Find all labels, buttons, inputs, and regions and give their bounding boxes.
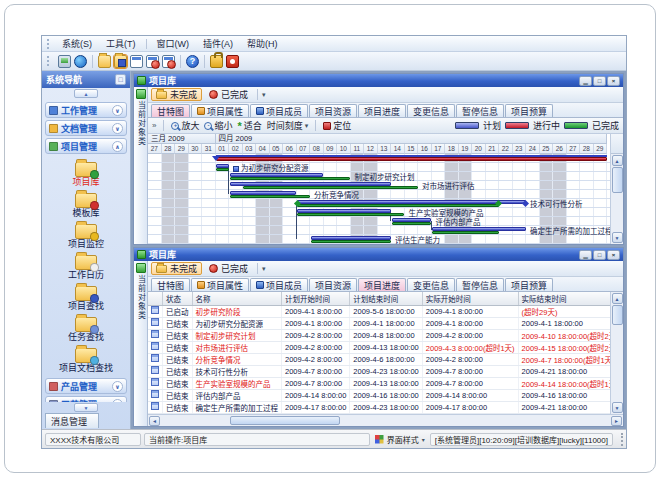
menu-item-system[interactable]: 系统(S) (55, 36, 99, 51)
tab-gantt[interactable]: 甘特图 (151, 278, 190, 291)
sidebar-menu-button[interactable]: □ (115, 74, 126, 85)
tab-pauses[interactable]: 暂停信息 (456, 104, 504, 117)
table-row[interactable]: 已结束为初步研究分配资源2009-4-1 8:00:002009-4-1 18:… (148, 317, 610, 329)
menu-item-plugin[interactable]: 插件(A) (196, 36, 240, 51)
plan-bar[interactable] (230, 173, 324, 177)
globe-icon[interactable] (74, 55, 87, 68)
sidebar-group-product[interactable]: 产品管理∨ (45, 378, 127, 394)
scroll-left-button[interactable]: ◄ (149, 416, 160, 426)
sidebar-scroll-down[interactable]: ▼ (42, 402, 130, 413)
tab-resources[interactable]: 项目资源 (309, 278, 357, 291)
sidebar-item-project-search[interactable]: 项目查找 (68, 281, 104, 312)
scroll-thumb[interactable] (612, 305, 623, 325)
sidebar-scroll-up[interactable]: ▲ (42, 88, 130, 99)
menu-item-help[interactable]: 帮助(H) (240, 36, 285, 51)
tab-changes[interactable]: 变更信息 (407, 278, 455, 291)
toolbar-options-icon[interactable]: ▾ (262, 265, 266, 273)
table-horizontal-scrollbar[interactable]: ◄ ► (148, 414, 623, 426)
done-bar[interactable] (297, 213, 404, 217)
plan-bar[interactable] (230, 191, 297, 195)
done-bar[interactable] (243, 186, 418, 190)
tab-members[interactable]: 项目成员 (250, 278, 308, 291)
menu-item-window[interactable]: 窗口(W) (150, 36, 197, 51)
tab-progress[interactable]: 项目进度 (358, 278, 406, 291)
table-row[interactable]: 已启动初步研究阶段2009-4-1 8:00:002009-5-6 18:00:… (148, 305, 610, 317)
done-bar[interactable] (311, 240, 391, 244)
table-row[interactable]: 已结束生产实验室规模的产品2009-4-7 8:00:002009-4-13 1… (148, 377, 610, 389)
ui-style-dropdown[interactable]: 界面样式 ▾ (373, 434, 427, 445)
zoom-in-button[interactable]: +放大 (171, 119, 199, 132)
chevron-down-icon[interactable]: ∨ (112, 105, 123, 116)
plan-bar[interactable] (432, 227, 526, 231)
message-management-tab[interactable]: 消息管理 (45, 413, 99, 428)
column-header-5[interactable]: 实际开始时间 (422, 292, 518, 305)
current-object-side-tab[interactable]: 当前对象类 (134, 87, 148, 244)
gantt-vertical-scrollbar[interactable]: ▲ ▼ (610, 134, 623, 244)
done-bar[interactable] (297, 204, 499, 208)
sidebar-item-project-monitor[interactable]: 项目监控 (68, 219, 104, 250)
sidebar-item-project-doc-search[interactable]: 项目文档查找 (59, 343, 113, 374)
window-refresh-icon[interactable] (162, 55, 175, 68)
filter-unfinished-button[interactable]: 未完成 (151, 262, 202, 275)
resize-grip[interactable] (616, 433, 623, 446)
scroll-right-button[interactable]: ► (611, 416, 622, 426)
tab-gantt[interactable]: 甘特图 (151, 104, 190, 117)
menu-item-tools[interactable]: 工具(T) (99, 36, 143, 51)
done-bar[interactable] (230, 177, 351, 181)
window-delete-icon[interactable] (146, 55, 159, 68)
time-scale-button[interactable]: 时间刻度▾ (267, 119, 309, 132)
sidebar-item-task-search[interactable]: 任务查找 (68, 312, 104, 343)
scroll-down-button[interactable]: ▼ (612, 232, 623, 243)
sidebar-item-project-library[interactable]: 项目库 (72, 157, 99, 188)
done-bar[interactable] (432, 231, 499, 235)
table-row[interactable]: 已结束评估内部产品2009-4-14 8:00:002009-4-16 18:0… (148, 389, 610, 401)
plan-bar[interactable] (392, 218, 432, 222)
current-object-side-tab[interactable]: 当前对象类 (134, 261, 148, 426)
menu-grip[interactable] (47, 39, 52, 49)
sidebar-item-work-calendar[interactable]: 工作日历 (68, 250, 104, 281)
zoom-out-button[interactable]: -缩小 (204, 119, 232, 132)
scroll-up-button[interactable]: ▲ (612, 293, 623, 304)
sidebar-group-project[interactable]: 项目管理∧ (45, 138, 127, 154)
filter-finished-button[interactable]: 已完成 (204, 262, 253, 275)
tab-members[interactable]: 项目成员 (250, 104, 308, 117)
tab-resources[interactable]: 项目资源 (309, 104, 357, 117)
scroll-thumb[interactable] (230, 416, 340, 425)
column-header-4[interactable]: 计划结束时间 (350, 292, 422, 305)
save-icon[interactable] (114, 55, 127, 68)
column-header-6[interactable]: 实际结束时间 (518, 292, 610, 305)
table-vertical-scrollbar[interactable]: ▲ ▼ (610, 292, 623, 414)
scroll-thumb[interactable] (612, 167, 623, 193)
plan-bar[interactable] (311, 236, 391, 240)
overflow-chevron-icon[interactable]: » (152, 121, 156, 130)
summary-bar-inprogress[interactable] (216, 157, 608, 161)
exit-icon[interactable] (226, 55, 239, 68)
table-row[interactable]: 已结束分析竞争情况2009-4-2 8:00:002009-4-6 18:00:… (148, 353, 610, 365)
filter-finished-button[interactable]: 已完成 (204, 88, 253, 101)
done-bar[interactable] (216, 168, 229, 172)
scroll-down-button[interactable]: ▼ (612, 402, 623, 413)
table-row[interactable]: 已结束制定初步研究计划2009-4-2 8:00:002009-4-8 18:0… (148, 329, 610, 341)
plan-bar[interactable] (297, 209, 391, 213)
restore-button[interactable]: □ (593, 250, 606, 260)
table-row[interactable]: 已结束对市场进行评估2009-4-2 8:00:002009-4-13 18:0… (148, 341, 610, 353)
table-row[interactable]: 已结束确定生产所需的加工过程2009-4-17 8:00:002009-4-23… (148, 401, 610, 413)
restore-button[interactable]: □ (593, 76, 606, 86)
plan-bar[interactable] (297, 200, 526, 204)
close-button[interactable]: × (607, 76, 620, 86)
toolbar-options-icon[interactable]: ▾ (262, 91, 266, 99)
done-bar[interactable] (392, 222, 432, 226)
tab-budget[interactable]: 项目预算 (505, 278, 553, 291)
computer-icon[interactable] (58, 55, 71, 68)
plan-bar[interactable] (216, 164, 229, 168)
tab-pauses[interactable]: 暂停信息 (456, 278, 504, 291)
column-header-2[interactable]: 名称 (192, 292, 282, 305)
open-folder-icon[interactable] (98, 55, 111, 68)
locate-button[interactable]: 定位 (323, 119, 351, 132)
minimize-button[interactable]: ▁ (579, 250, 592, 260)
minimize-button[interactable]: ▁ (579, 76, 592, 86)
window-new-icon[interactable] (130, 55, 143, 68)
close-button[interactable]: × (607, 250, 620, 260)
tab-properties[interactable]: 项目属性 (191, 278, 249, 291)
sidebar-group-work[interactable]: 工作管理∨ (45, 102, 127, 118)
